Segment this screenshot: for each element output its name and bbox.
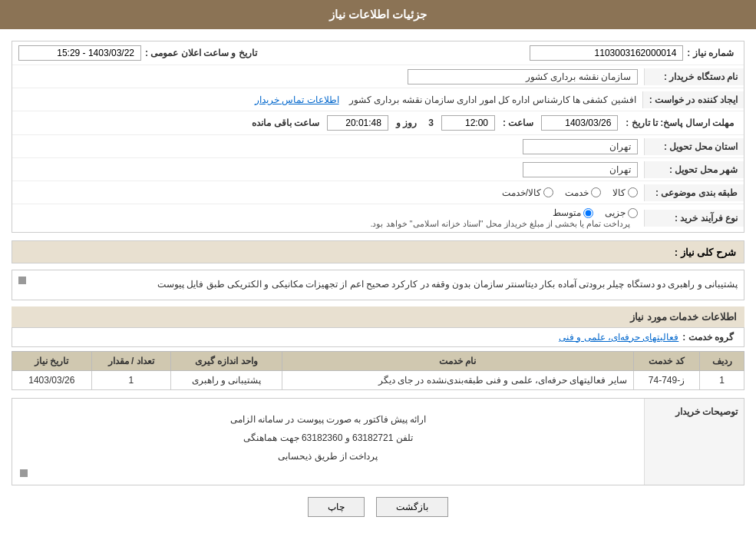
- main-info-section: شماره نیاز : 1103003162000014 تاریخ و سا…: [12, 41, 744, 233]
- category-radio-group: کالا خدمت کالا/خدمت: [18, 187, 638, 198]
- process-type-row: نوع فرآیند خرید : جزیی متوسط پرداخت تمام…: [12, 204, 744, 232]
- send-date-date: 1403/03/26: [541, 115, 618, 131]
- print-button[interactable]: چاپ: [308, 497, 365, 517]
- table-cell-date: 1403/03/26: [12, 370, 92, 389]
- process-note: پرداخت تمام یا بخشی از مبلغ خریداز محل "…: [370, 219, 630, 228]
- buyer-note-line3: پرداخت از طریق ذیحسابی: [20, 447, 636, 465]
- buyer-notes-label: توصیحات خریدار: [644, 399, 744, 485]
- city-row: شهر محل تحویل : تهران: [12, 158, 744, 181]
- need-number-value: 1103003162000014: [530, 45, 683, 61]
- category-radio-goods[interactable]: [628, 187, 638, 197]
- page-header: جزئیات اطلاعات نیاز: [0, 0, 756, 29]
- province-row: استان محل تحویل : تهران: [12, 135, 744, 158]
- category-radio-both[interactable]: [543, 187, 553, 197]
- back-button[interactable]: بازگشت: [376, 497, 448, 517]
- process-radio-small[interactable]: [628, 208, 638, 218]
- buyer-org-row: نام دستگاه خریدار : سازمان نقشه برداری ک…: [12, 65, 744, 88]
- city-label: شهر محل تحویل :: [644, 161, 744, 178]
- services-group-label: گروه خدمت :: [682, 332, 734, 343]
- category-row: طبقه بندی موضوعی : کالا خدمت کالا/خدمت: [12, 181, 744, 204]
- send-date-remaining: 20:01:48: [327, 115, 388, 131]
- action-buttons: بازگشت چاپ: [12, 485, 744, 528]
- need-number-label: شماره نیاز :: [687, 48, 734, 58]
- services-table: ردیف کد خدمت نام خدمت واحد اندازه گیری ت…: [12, 351, 744, 390]
- resize-handle[interactable]: [18, 277, 26, 284]
- province-box: تهران: [523, 139, 638, 154]
- description-box: پشتیبانی و راهبری دو دستگاه چیلر برودتی …: [12, 270, 744, 300]
- creator-text: افشین کشفی ها کارشناس اداره کل امور ادار…: [349, 94, 636, 105]
- city-box: تهران: [523, 162, 638, 177]
- col-quantity: تعداد / مقدار: [91, 351, 170, 370]
- buyer-note-line1: ارائه پیش فاکتور به صورت پیوست در سامانه…: [20, 410, 636, 429]
- city-value: تهران: [12, 159, 644, 181]
- table-cell-unit: پشتیبانی و راهبری: [171, 370, 282, 389]
- process-type-label: نوع فرآیند خرید :: [644, 210, 744, 227]
- notes-resize-handle[interactable]: [20, 469, 28, 477]
- category-option-goods: کالا: [612, 187, 638, 198]
- buyer-org-value: سازمان نقشه برداری کشور: [12, 66, 644, 88]
- category-radio-service[interactable]: [591, 187, 601, 197]
- creator-row: ایجاد کننده در خواست : افشین کشفی ها کار…: [12, 88, 744, 111]
- buyer-note-line2: تلفن 63182721 و 63182360 جهت هماهنگی: [20, 429, 636, 447]
- process-radio-group: جزیی متوسط: [18, 207, 638, 218]
- col-unit: واحد اندازه گیری: [171, 351, 282, 370]
- page-title: جزئیات اطلاعات نیاز: [329, 8, 427, 21]
- process-type-value: جزیی متوسط پرداخت تمام یا بخشی از مبلغ خ…: [12, 204, 644, 232]
- col-row-num: ردیف: [700, 351, 744, 370]
- col-date: تاریخ نیاز: [12, 351, 92, 370]
- creator-value: افشین کشفی ها کارشناس اداره کل امور ادار…: [12, 91, 642, 108]
- send-date-label: مهلت ارسال پاسخ: تا تاریخ :: [626, 118, 734, 128]
- table-cell-service_code: ز-749-74: [633, 370, 700, 389]
- col-service-code: کد خدمت: [633, 351, 700, 370]
- description-title: شرح کلی نیاز :: [675, 247, 736, 258]
- contact-link[interactable]: اطلاعات تماس خریدار: [255, 94, 339, 105]
- need-number-row: شماره نیاز : 1103003162000014 تاریخ و سا…: [12, 41, 744, 65]
- category-option-service: خدمت: [565, 187, 601, 198]
- category-option-both: کالا/خدمت: [502, 187, 553, 198]
- creator-label: ایجاد کننده در خواست :: [642, 91, 744, 108]
- send-date-days-val: 3: [428, 118, 434, 128]
- table-cell-quantity: 1: [91, 370, 170, 389]
- buyer-org-box: سازمان نقشه برداری کشور: [408, 69, 638, 84]
- announce-date-value: 1403/03/22 - 15:29: [18, 45, 141, 61]
- announce-date-label: تاریخ و ساعت اعلان عمومی :: [145, 48, 257, 58]
- send-date-time: 12:00: [441, 115, 495, 131]
- table-cell-service_name: سایر فعالیتهای حرفه‌ای، علمی و فنی طبقه‌…: [282, 370, 633, 389]
- description-title-row: شرح کلی نیاز :: [12, 240, 744, 263]
- services-title: اطلاعات خدمات مورد نیاز: [12, 306, 744, 328]
- table-row: 1ز-749-74سایر فعالیتهای حرفه‌ای، علمی و …: [12, 370, 744, 389]
- process-option-small: جزیی: [605, 207, 638, 218]
- services-group-row: گروه خدمت : فعالیتهای حرفه‌ای، علمی و فن…: [12, 328, 744, 347]
- buyer-notes-container: توصیحات خریدار ارائه پیش فاکتور به صورت …: [12, 398, 744, 485]
- send-date-row: مهلت ارسال پاسخ: تا تاریخ : 1403/03/26 س…: [12, 111, 744, 135]
- description-text: پشتیبانی و راهبری دو دستگاه چیلر برودتی …: [157, 279, 738, 290]
- province-label: استان محل تحویل :: [644, 138, 744, 155]
- process-radio-medium[interactable]: [583, 208, 593, 218]
- buyer-notes-content: ارائه پیش فاکتور به صورت پیوست در سامانه…: [12, 403, 644, 485]
- category-label: طبقه بندی موضوعی :: [644, 184, 744, 201]
- province-value: تهران: [12, 136, 644, 157]
- send-date-days-label: روز و: [396, 118, 417, 128]
- table-cell-row_num: 1: [700, 370, 744, 389]
- services-group-value[interactable]: فعالیتهای حرفه‌ای، علمی و فنی: [559, 332, 678, 343]
- col-service-name: نام خدمت: [282, 351, 633, 370]
- process-option-medium: متوسط: [553, 207, 593, 218]
- send-date-time-label: ساعت :: [503, 118, 533, 128]
- send-date-remaining-label: ساعت باقی مانده: [252, 118, 319, 128]
- buyer-org-label: نام دستگاه خریدار :: [644, 68, 744, 85]
- category-value: کالا خدمت کالا/خدمت: [12, 184, 644, 201]
